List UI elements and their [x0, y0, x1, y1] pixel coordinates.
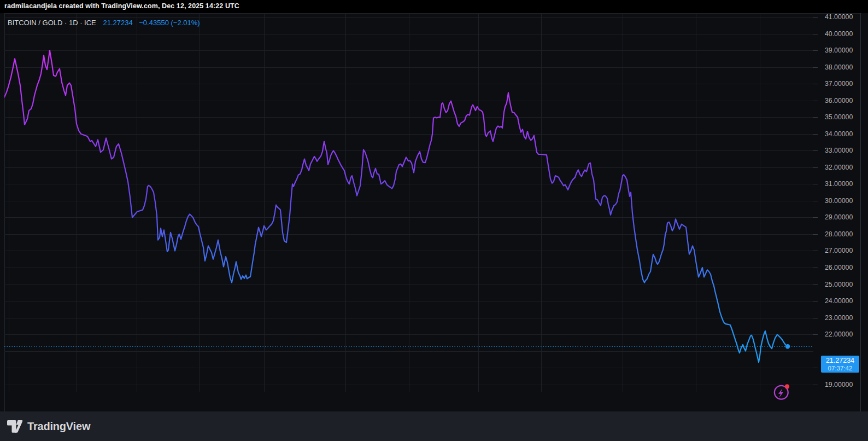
tag-price: 21.27234 [821, 356, 859, 364]
price-scale-tick [813, 285, 818, 285]
attribution-bar: radmilacandjela created with TradingView… [0, 0, 868, 13]
price-scale-tick [813, 385, 818, 385]
price-scale-label: 31.00000 [825, 180, 853, 188]
price-scale-tick [813, 234, 818, 235]
price-scale-label: 27.00000 [825, 247, 853, 254]
tradingview-logo[interactable]: TradingView [7, 411, 90, 441]
notification-dot [785, 384, 789, 388]
price-scale-label: 22.00000 [825, 330, 853, 338]
price-scale-label: 40.00000 [825, 30, 853, 38]
price-scale-label: 28.00000 [825, 230, 853, 238]
price-scale-label: 34.00000 [825, 130, 853, 138]
price-scale-tick [813, 251, 818, 251]
price-scale-label: 33.00000 [825, 147, 853, 154]
price-scale-tick [813, 67, 818, 68]
price-scale-label: 39.00000 [825, 47, 853, 54]
footer-bar: TradingView [0, 411, 868, 441]
symbol-title[interactable]: BITCOIN / GOLD · 1D · ICE [8, 19, 96, 27]
price-scale-label: 37.00000 [825, 80, 853, 88]
price-scale-tick [813, 268, 818, 268]
price-scale-tick [813, 50, 818, 51]
price-pane-svg[interactable] [4, 13, 813, 392]
tradingview-snapshot: radmilacandjela created with TradingView… [0, 0, 868, 441]
flash-button[interactable] [772, 383, 791, 403]
price-scale-tick [813, 134, 818, 135]
price-scale-tick [813, 201, 818, 201]
price-scale-tick [813, 184, 818, 184]
price-scale-label: 23.00000 [825, 314, 853, 322]
price-scale-tick [813, 117, 818, 118]
price-scale-tick [813, 301, 818, 301]
price-scale-label: 29.00000 [825, 213, 853, 221]
price-scale-label: 38.00000 [825, 63, 853, 71]
price-scale-tick [813, 167, 818, 168]
price-change-value: −0.43550 (−2.01%) [139, 19, 200, 27]
price-scale-tick [813, 150, 818, 151]
price-scale-border [860, 13, 861, 411]
tradingview-mark-icon [7, 420, 22, 433]
price-scale-tick [813, 217, 818, 218]
chart-widget: BITCOIN / GOLD · 1D · ICE 21.27234 −0.43… [0, 13, 868, 411]
price-scale-tick [813, 368, 818, 368]
price-scale-label: 35.00000 [825, 113, 853, 121]
chart-legend: BITCOIN / GOLD · 1D · ICE 21.27234 −0.43… [8, 19, 200, 27]
price-scale-label: 30.00000 [825, 197, 853, 205]
price-scale-label: 26.00000 [825, 264, 853, 271]
price-scale-label: 24.00000 [825, 297, 853, 305]
attribution-text: radmilacandjela created with TradingView… [4, 2, 239, 10]
price-scale-tick [813, 17, 818, 18]
price-scale-label: 41.00000 [825, 13, 853, 21]
last-price-tag: 21.27234 07:37:42 [821, 356, 859, 373]
tag-countdown: 07:37:42 [821, 364, 859, 372]
price-scale-label: 36.00000 [825, 97, 853, 105]
price-scale-label: 19.00000 [825, 381, 853, 388]
price-scale-label: 25.00000 [825, 281, 853, 288]
price-scale-tick [813, 318, 818, 318]
price-scale-tick [813, 84, 818, 84]
tradingview-wordmark: TradingView [27, 420, 90, 433]
price-scale-tick [813, 34, 818, 34]
last-price-value: 21.27234 [103, 19, 132, 27]
price-scale-label: 32.00000 [825, 164, 853, 171]
price-scale-tick [813, 334, 818, 335]
price-scale-tick [813, 101, 818, 101]
